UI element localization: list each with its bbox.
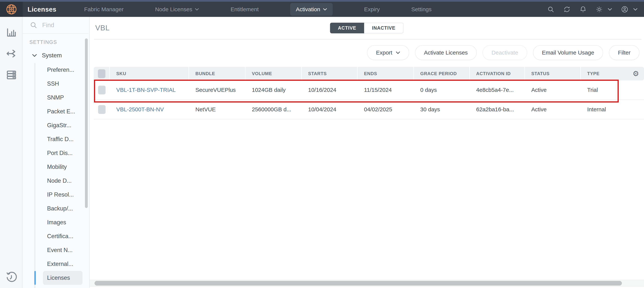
sidebar-item-label: Traffic D... — [47, 136, 74, 143]
nav-node-licenses[interactable]: Node Licenses — [155, 6, 199, 12]
sidebar-item-label: Backup/... — [47, 205, 73, 212]
chevron-down-icon[interactable] — [608, 8, 612, 11]
sidebar-item-node-d[interactable]: Node D... — [43, 174, 82, 188]
column-activation-id[interactable]: ACTIVATION ID — [470, 67, 525, 80]
table-header-row: SKU BUNDLE VOLUME STARTS ENDS GRACE PERI… — [94, 67, 644, 80]
sidebar-item-label: Port Dis... — [47, 150, 72, 156]
sidebar-scrollbar[interactable] — [85, 38, 88, 208]
cell-bundle: SecureVUEPlus — [189, 87, 246, 93]
export-button[interactable]: Export — [367, 45, 409, 60]
sidebar-item-ip-resol[interactable]: IP Resol... — [43, 188, 82, 202]
row-checkbox[interactable] — [98, 86, 106, 94]
sidebar-item-label: Event N... — [47, 247, 72, 254]
nav-fabric-manager[interactable]: Fabric Manager — [84, 6, 124, 12]
column-ends[interactable]: ENDS — [358, 67, 414, 80]
nav-entitlement[interactable]: Entitlement — [230, 6, 258, 12]
table-row[interactable]: VBL-1T-BN-SVP-TRIAL SecureVUEPlus 1024GB… — [94, 80, 644, 100]
filter-button[interactable]: Filter — [609, 45, 640, 60]
sidebar-item-packet-e[interactable]: Packet E... — [43, 105, 82, 118]
sidebar-item-external[interactable]: External... — [43, 257, 82, 271]
sidebar-item-label: External... — [47, 261, 73, 267]
sidebar-item-label: SNMP — [47, 94, 64, 101]
traffic-split-icon[interactable] — [0, 44, 23, 63]
active-inactive-toggle: ACTIVE INACTIVE — [330, 23, 404, 33]
column-sku[interactable]: SKU — [110, 67, 189, 80]
indent-guide — [34, 63, 36, 288]
nav-node-licenses-label: Node Licenses — [155, 6, 192, 12]
nav-expiry[interactable]: Expiry — [364, 6, 380, 12]
nav-activation-label: Activation — [296, 6, 320, 12]
sidebar-item-images[interactable]: Images — [43, 216, 82, 229]
app-shell: SETTINGS System Preferen... SSH SNMP Pac… — [0, 17, 644, 288]
horizontal-scrollbar-track[interactable] — [90, 280, 644, 287]
sidebar-group-system[interactable]: System — [32, 52, 89, 59]
column-type[interactable]: TYPE ⚙ — [581, 67, 644, 80]
sku-link[interactable]: VBL-1T-BN-SVP-TRIAL — [116, 87, 176, 93]
sidebar-item-label: Packet E... — [47, 108, 75, 115]
sidebar-item-backup[interactable]: Backup/... — [43, 202, 82, 216]
app-logo[interactable] — [0, 2, 23, 17]
column-starts[interactable]: STARTS — [302, 67, 358, 80]
chevron-down-icon — [195, 8, 199, 11]
top-bar: Licenses Fabric Manager Node Licenses En… — [0, 2, 644, 17]
cell-status: Active — [525, 87, 581, 93]
sidebar-item-licenses[interactable]: Licenses — [43, 271, 82, 285]
cell-ends: 04/02/2025 — [358, 106, 414, 113]
history-icon[interactable] — [0, 268, 23, 287]
sidebar-item-label: Node D... — [47, 177, 72, 184]
theme-brightness-icon[interactable] — [596, 6, 603, 13]
sidebar-item-certifica[interactable]: Certifica... — [43, 229, 82, 243]
row-checkbox[interactable] — [98, 105, 106, 114]
cell-starts: 10/16/2024 — [302, 87, 358, 93]
topbar-icon-group — [547, 6, 644, 13]
sidebar-item-port-dis[interactable]: Port Dis... — [43, 146, 82, 160]
table-row[interactable]: VBL-2500T-BN-NV NetVUE 2560000GB d... 10… — [94, 100, 644, 119]
find-input[interactable] — [42, 21, 80, 29]
column-volume[interactable]: VOLUME — [246, 67, 302, 80]
notifications-bell-icon[interactable] — [580, 6, 586, 13]
chevron-down-icon — [323, 8, 327, 11]
chevron-down-icon[interactable] — [633, 8, 638, 11]
horizontal-scrollbar-thumb[interactable] — [94, 281, 622, 286]
search-icon — [30, 21, 37, 29]
sidebar-item-label: GigaStr... — [47, 122, 71, 129]
sidebar-item-ssh[interactable]: SSH — [43, 77, 82, 91]
sidebar-items: Preferen... SSH SNMP Packet E... GigaStr… — [23, 63, 89, 285]
column-status[interactable]: STATUS — [525, 67, 581, 80]
sidebar-item-preferen[interactable]: Preferen... — [43, 63, 82, 77]
nav-settings[interactable]: Settings — [411, 6, 432, 12]
sidebar-group-label: System — [42, 52, 62, 59]
cell-activation-id: 4e8cb5a4-7e... — [470, 87, 525, 93]
refresh-icon[interactable] — [563, 6, 570, 13]
cell-ends: 11/15/2024 — [358, 87, 414, 93]
deactivate-button[interactable]: Deactivate — [482, 45, 527, 60]
toggle-active-button[interactable]: ACTIVE — [330, 23, 364, 33]
sidebar-item-label: IP Resol... — [47, 191, 74, 198]
sidebar-item-snmp[interactable]: SNMP — [43, 91, 82, 105]
column-bundle[interactable]: BUNDLE — [189, 67, 246, 80]
bar-chart-icon[interactable] — [0, 23, 23, 42]
column-settings-gear-icon[interactable]: ⚙ — [632, 70, 639, 77]
sku-link[interactable]: VBL-2500T-BN-NV — [116, 106, 164, 112]
server-stack-icon[interactable] — [0, 66, 23, 84]
cell-volume: 1024GB daily — [246, 87, 302, 93]
nav-activation[interactable]: Activation — [290, 3, 332, 16]
search-icon[interactable] — [547, 6, 554, 13]
select-all-checkbox[interactable] — [98, 69, 106, 78]
sidebar-item-label: SSH — [47, 80, 59, 87]
settings-sidebar: SETTINGS System Preferen... SSH SNMP Pac… — [23, 17, 90, 288]
page-title: VBL — [95, 24, 110, 32]
sidebar-item-label: Certifica... — [47, 233, 73, 240]
sidebar-item-mobility[interactable]: Mobility — [43, 160, 82, 174]
sidebar-item-gigastr[interactable]: GigaStr... — [43, 118, 82, 132]
cell-sku: VBL-2500T-BN-NV — [110, 106, 189, 113]
sidebar-item-event-n[interactable]: Event N... — [43, 243, 82, 257]
account-avatar-icon[interactable] — [621, 6, 628, 13]
email-volume-usage-button[interactable]: Email Volume Usage — [533, 45, 603, 60]
activate-licenses-button[interactable]: Activate Licenses — [415, 45, 477, 60]
column-grace-period[interactable]: GRACE PERIOD — [414, 67, 470, 80]
header-checkbox-cell — [94, 67, 110, 80]
sidebar-item-traffic-d[interactable]: Traffic D... — [43, 132, 82, 146]
toggle-inactive-button[interactable]: INACTIVE — [364, 23, 404, 33]
top-navigation: Fabric Manager Node Licenses Entitlement… — [84, 3, 432, 16]
